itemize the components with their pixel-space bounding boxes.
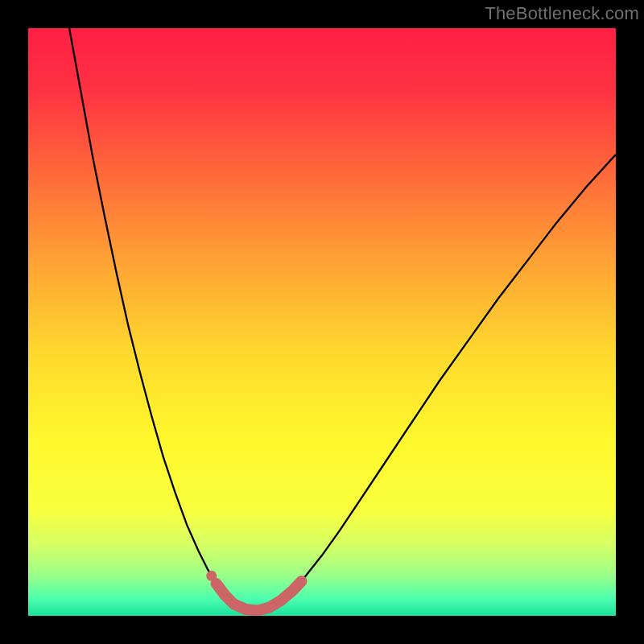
chart-background — [28, 28, 616, 616]
highlight-dot — [206, 571, 217, 581]
chart-frame: TheBottleneck.com — [0, 0, 644, 644]
plot-area — [28, 28, 616, 616]
watermark-text: TheBottleneck.com — [485, 3, 639, 24]
chart-svg — [28, 28, 616, 616]
